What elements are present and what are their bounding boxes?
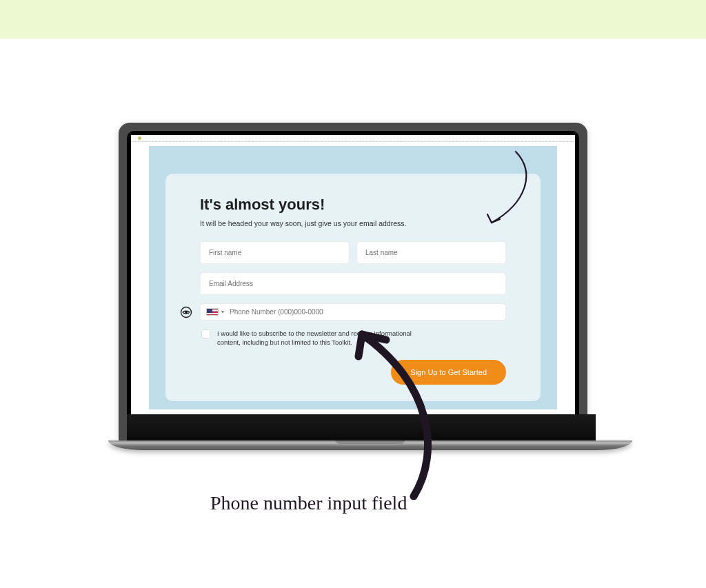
browser-chrome bbox=[131, 135, 575, 142]
phone-field[interactable]: ▾ Phone Number (000)000-0000 bbox=[200, 303, 506, 321]
signup-form-card: It's almost yours! It will be headed you… bbox=[165, 174, 541, 401]
form-title: It's almost yours! bbox=[200, 196, 506, 214]
page-viewport: It's almost yours! It will be headed you… bbox=[131, 142, 575, 414]
laptop-screen: It's almost yours! It will be headed you… bbox=[127, 131, 579, 414]
laptop-hinge-notch bbox=[336, 440, 405, 444]
first-name-field[interactable]: First name bbox=[200, 241, 350, 264]
page-background: It's almost yours! It will be headed you… bbox=[149, 146, 557, 409]
annotation-label: Phone number input field bbox=[210, 492, 407, 514]
submit-button[interactable]: Sign Up to Get Started bbox=[391, 360, 506, 385]
form-subtitle: It will be headed your way soon, just gi… bbox=[200, 219, 506, 227]
laptop-keyboard bbox=[127, 414, 596, 440]
chevron-down-icon: ▾ bbox=[221, 309, 224, 315]
last-name-field[interactable]: Last name bbox=[356, 241, 506, 264]
laptop-bezel: It's almost yours! It will be headed you… bbox=[119, 123, 587, 440]
top-banner bbox=[0, 0, 706, 39]
browser-tab-indicator bbox=[138, 136, 141, 140]
country-code-selector[interactable]: ▾ bbox=[206, 308, 224, 316]
phone-placeholder: Phone Number (000)000-0000 bbox=[230, 308, 323, 316]
laptop-mockup: It's almost yours! It will be headed you… bbox=[108, 123, 598, 450]
browser-window: It's almost yours! It will be headed you… bbox=[131, 135, 575, 414]
flag-us-icon bbox=[206, 308, 219, 316]
email-field[interactable]: Email Address bbox=[200, 272, 506, 295]
visibility-icon[interactable] bbox=[179, 305, 193, 319]
svg-point-1 bbox=[185, 311, 188, 313]
subscribe-label: I would like to subscribe to the newslet… bbox=[217, 329, 424, 347]
subscribe-checkbox[interactable] bbox=[201, 330, 210, 338]
laptop-base bbox=[108, 440, 632, 450]
